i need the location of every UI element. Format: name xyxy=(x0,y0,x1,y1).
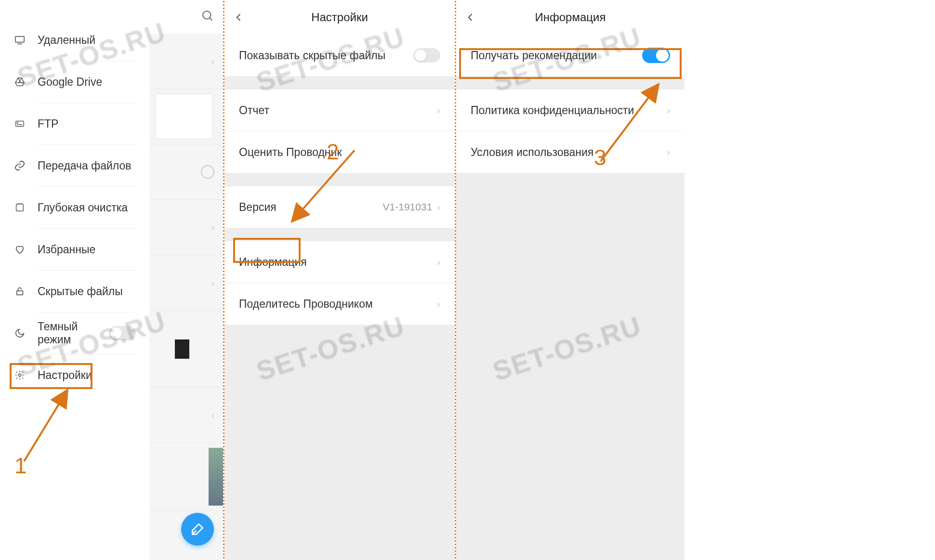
clean-fab[interactable] xyxy=(181,513,214,546)
menu-item-label: Передача файлов xyxy=(38,159,136,172)
menu-item-label: Избранные xyxy=(38,243,136,256)
monitor-icon xyxy=(13,34,26,46)
hidden-files-toggle[interactable] xyxy=(413,48,440,63)
file-thumbnail[interactable] xyxy=(175,339,189,359)
menu-item-label: FTP xyxy=(38,117,136,130)
page-title: Информация xyxy=(535,11,606,24)
link-icon xyxy=(13,159,26,172)
menu-item-label: Настройки xyxy=(38,369,136,382)
moon-icon xyxy=(13,327,26,339)
chevron-right-icon: › xyxy=(667,147,670,158)
chevron-right-icon[interactable]: › xyxy=(211,56,214,67)
gdrive-icon xyxy=(13,76,26,88)
svg-rect-4 xyxy=(16,121,24,127)
chevron-right-icon[interactable]: › xyxy=(211,277,214,288)
chevron-right-icon[interactable]: › xyxy=(211,410,214,421)
svg-rect-2 xyxy=(15,37,24,42)
menu-transfer[interactable]: Передача файлов xyxy=(0,145,149,186)
menu-hidden-files[interactable]: Скрытые файлы xyxy=(0,271,149,312)
row-label: Оценить Проводник xyxy=(239,146,440,159)
menu-deep-clean[interactable]: Глубокая очистка xyxy=(0,187,149,228)
row-label: Информация xyxy=(239,256,437,269)
menu-item-label: Google Drive xyxy=(38,76,136,89)
file-thumbnail[interactable] xyxy=(155,94,213,139)
row-terms[interactable]: Условия использования › xyxy=(456,131,685,173)
dark-mode-toggle[interactable] xyxy=(109,326,136,340)
chevron-right-icon[interactable]: › xyxy=(211,222,214,233)
row-information[interactable]: Информация › xyxy=(224,241,455,283)
back-button[interactable] xyxy=(231,10,247,25)
search-icon[interactable] xyxy=(201,9,214,25)
menu-item-label: Скрытые файлы xyxy=(38,285,136,298)
row-report[interactable]: Отчет › xyxy=(224,90,455,131)
heart-icon xyxy=(13,243,26,256)
row-label: Условия использования xyxy=(471,146,667,159)
chevron-right-icon: › xyxy=(437,299,440,310)
chevron-right-icon: › xyxy=(437,202,440,213)
row-label: Политика конфиденциальности xyxy=(471,104,667,117)
svg-point-0 xyxy=(203,11,211,19)
row-show-hidden[interactable]: Показывать скрытые файлы xyxy=(224,35,455,76)
menu-gdrive[interactable]: Google Drive xyxy=(0,61,149,103)
menu-settings[interactable]: Настройки xyxy=(0,354,149,396)
annotation-step-number: 2 xyxy=(327,139,339,165)
back-button[interactable] xyxy=(463,10,478,25)
menu-item-label: Удаленный xyxy=(38,34,136,47)
panel-information: Информация Получать рекомендации Политик… xyxy=(456,0,685,560)
chevron-right-icon: › xyxy=(667,105,670,116)
page-title: Настройки xyxy=(311,11,368,24)
panel-file-explorer: › › › › Удаленный Google D xyxy=(0,0,223,560)
watermark: SET-OS.RU xyxy=(489,309,645,387)
menu-ftp[interactable]: FTP xyxy=(0,103,149,144)
recommendations-toggle[interactable] xyxy=(642,48,670,63)
svg-point-9 xyxy=(18,374,21,377)
row-label: Получать рекомендации xyxy=(471,49,642,62)
svg-point-5 xyxy=(17,122,18,123)
lock-icon xyxy=(13,285,26,298)
menu-favorites[interactable]: Избранные xyxy=(0,229,149,270)
row-share[interactable]: Поделитесь Проводником › xyxy=(224,283,455,325)
menu-item-label: Темный режим xyxy=(38,320,109,346)
file-list-peek: › › › › xyxy=(149,0,223,560)
svg-line-1 xyxy=(210,18,212,20)
row-rate[interactable]: Оценить Проводник xyxy=(224,131,455,173)
row-recommendations[interactable]: Получать рекомендации xyxy=(456,35,685,76)
chevron-right-icon: › xyxy=(437,257,440,268)
ftp-icon xyxy=(13,117,26,130)
gear-icon xyxy=(13,369,26,381)
row-label: Поделитесь Проводником xyxy=(239,298,437,311)
row-label: Версия xyxy=(239,201,383,214)
clean-icon xyxy=(13,201,26,214)
svg-rect-7 xyxy=(16,204,24,211)
row-privacy[interactable]: Политика конфиденциальности › xyxy=(456,90,685,131)
row-label: Отчет xyxy=(239,104,437,117)
annotation-step-number: 1 xyxy=(14,453,27,479)
menu-item-label: Глубокая очистка xyxy=(38,201,136,214)
menu-remote[interactable]: Удаленный xyxy=(0,19,149,61)
annotation-step-number: 3 xyxy=(594,144,606,170)
header: Информация xyxy=(456,0,685,35)
row-label: Показывать скрытые файлы xyxy=(239,49,413,62)
menu-dark-mode[interactable]: Темный режим xyxy=(0,313,149,354)
version-value: V1-191031 xyxy=(383,201,433,213)
chevron-right-icon: › xyxy=(437,105,440,116)
row-version[interactable]: Версия V1-191031 › xyxy=(224,186,455,228)
header: Настройки xyxy=(224,0,455,35)
svg-rect-8 xyxy=(17,291,23,295)
select-radio[interactable] xyxy=(201,165,214,179)
image-thumbnail[interactable] xyxy=(209,448,223,506)
panel-settings: Настройки Показывать скрытые файлы Отчет… xyxy=(224,0,455,560)
